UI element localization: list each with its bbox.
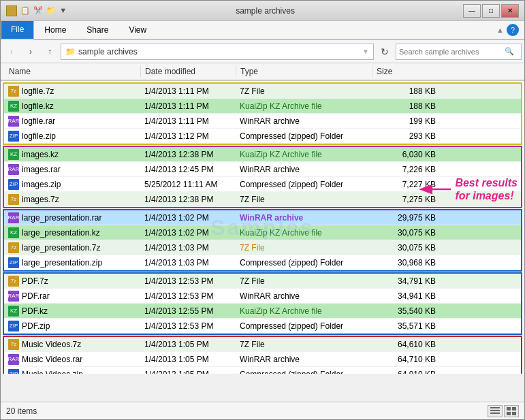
minimize-button[interactable]: — xyxy=(463,4,481,18)
group-images: KZimages.kz 1/4/2013 12:38 PM KuaiZip KZ… xyxy=(3,146,522,208)
svg-rect-8 xyxy=(512,407,516,410)
search-icon: 🔍 xyxy=(505,47,514,56)
table-row[interactable]: 7zlarge_presentation.7z 1/4/2013 1:03 PM… xyxy=(4,240,521,255)
table-row[interactable]: ZIPimages.zip 5/25/2012 11:11 AM Compres… xyxy=(4,177,521,192)
col-size[interactable]: Size xyxy=(372,65,441,78)
table-row[interactable]: 7zlogfile.7z 1/4/2013 1:11 PM 7Z File 18… xyxy=(4,84,521,99)
rar-file-icon: RAR xyxy=(8,212,19,223)
address-bar: ‹ › ↑ 📁 sample archives ▼ ↻ 🔍 xyxy=(1,40,524,63)
table-row[interactable]: RARimages.rar 1/4/2013 12:45 PM WinRAR a… xyxy=(4,162,521,177)
close-button[interactable]: ✕ xyxy=(501,4,519,18)
back-button[interactable]: ‹ xyxy=(3,44,20,60)
zip-file-icon: ZIP xyxy=(8,257,19,268)
table-row[interactable]: ZIPlogfile.zip 1/4/2013 1:12 PM Compress… xyxy=(4,129,521,144)
status-bar: 20 items xyxy=(1,402,524,419)
svg-rect-5 xyxy=(490,410,500,411)
table-row[interactable]: ZIPPDF.zip 1/4/2013 12:53 PM Compressed … xyxy=(4,319,521,334)
ribbon-tabs: File Home Share View ▲ ? xyxy=(1,21,524,39)
tiles-view-button[interactable] xyxy=(504,405,519,417)
rar-file-icon: RAR xyxy=(8,291,19,302)
kz-file-icon: KZ xyxy=(8,149,19,160)
folder-icon: 📁 xyxy=(65,47,76,56)
table-row[interactable]: KZimages.kz 1/4/2013 12:38 PM KuaiZip KZ… xyxy=(4,147,521,162)
table-row[interactable]: 7zimages.7z 1/4/2013 12:38 PM 7Z File 7,… xyxy=(4,192,521,207)
zip-file-icon: ZIP xyxy=(8,131,19,142)
column-headers: Name Date modified Type Size xyxy=(1,63,524,81)
address-path[interactable]: 📁 sample archives ▼ xyxy=(61,44,374,60)
table-row[interactable]: KZlarge_presentation.kz 1/4/2013 1:02 PM… xyxy=(4,225,521,240)
svg-rect-9 xyxy=(507,412,511,415)
rar-file-icon: RAR xyxy=(8,164,19,175)
up-button[interactable]: ↑ xyxy=(42,44,58,60)
col-date[interactable]: Date modified xyxy=(141,65,236,78)
file-list: Samples 7zlogfile.7z 1/4/2013 1:11 PM 7Z… xyxy=(1,81,524,374)
kz-file-icon: KZ xyxy=(8,227,19,238)
svg-rect-6 xyxy=(490,413,500,414)
window-title: sample archives xyxy=(67,6,463,16)
kz-file-icon: KZ xyxy=(8,306,19,317)
table-row[interactable]: 7zMusic Videos.7z 1/4/2013 1:05 PM 7Z Fi… xyxy=(4,337,521,352)
details-view-button[interactable] xyxy=(488,405,503,417)
group-pdf: 7zPDF.7z 1/4/2013 12:53 PM 7Z File 34,79… xyxy=(3,272,522,335)
search-input[interactable] xyxy=(399,48,505,56)
quick-access-icons: 📋 ✂️ 📁 ▼ xyxy=(20,6,67,15)
7z-file-icon: 7z xyxy=(8,242,19,253)
table-row[interactable]: KZlogfile.kz 1/4/2013 1:11 PM KuaiZip KZ… xyxy=(4,99,521,114)
help-button[interactable]: ? xyxy=(507,24,519,36)
svg-rect-1 xyxy=(7,7,11,10)
table-row[interactable]: RARMusic Videos.rar 1/4/2013 1:05 PM Win… xyxy=(4,352,521,367)
app-icon xyxy=(6,5,17,16)
window-controls: — □ ✕ xyxy=(463,4,519,18)
7z-file-icon: 7z xyxy=(8,194,19,205)
tab-file[interactable]: File xyxy=(1,21,34,39)
col-type[interactable]: Type xyxy=(236,65,372,78)
zip-file-icon: ZIP xyxy=(8,321,19,332)
7z-file-icon: 7z xyxy=(8,276,19,287)
group-logfiles: 7zlogfile.7z 1/4/2013 1:11 PM 7Z File 18… xyxy=(3,82,522,145)
group-music-videos: 7zMusic Videos.7z 1/4/2013 1:05 PM 7Z Fi… xyxy=(3,336,522,374)
view-buttons xyxy=(488,405,519,417)
table-row[interactable]: ZIPlarge_presentation.zip 1/4/2013 1:03 … xyxy=(4,255,521,270)
7z-file-icon: 7z xyxy=(8,86,19,97)
col-name[interactable]: Name xyxy=(5,65,141,78)
path-dropdown-icon[interactable]: ▼ xyxy=(362,48,369,55)
refresh-button[interactable]: ↻ xyxy=(377,44,393,60)
rar-file-icon: RAR xyxy=(8,116,19,127)
kz-file-icon: KZ xyxy=(8,101,19,112)
title-bar: 📋 ✂️ 📁 ▼ sample archives — □ ✕ xyxy=(1,1,524,21)
collapse-ribbon-icon[interactable]: ▲ xyxy=(496,26,504,34)
group-large-presentation: RARlarge_presentation.rar 1/4/2013 1:02 … xyxy=(3,209,522,272)
table-row[interactable]: RARlogfile.rar 1/4/2013 1:11 PM WinRAR a… xyxy=(4,114,521,129)
table-row[interactable]: RARlarge_presentation.rar 1/4/2013 1:02 … xyxy=(4,210,521,225)
table-row[interactable]: RARPDF.rar 1/4/2013 12:53 PM WinRAR arch… xyxy=(4,289,521,304)
item-count: 20 items xyxy=(6,406,37,416)
svg-rect-10 xyxy=(512,412,516,415)
zip-file-icon: ZIP xyxy=(8,179,19,190)
title-bar-left: 📋 ✂️ 📁 ▼ xyxy=(6,5,67,16)
forward-button[interactable]: › xyxy=(22,44,39,60)
svg-rect-7 xyxy=(507,407,511,410)
tab-home[interactable]: Home xyxy=(34,21,76,39)
table-row[interactable]: KZPDF.kz 1/4/2013 12:55 PM KuaiZip KZ Ar… xyxy=(4,304,521,319)
svg-rect-0 xyxy=(7,9,16,15)
7z-file-icon: 7z xyxy=(8,339,19,350)
tab-share[interactable]: Share xyxy=(76,21,118,39)
zip-file-icon: ZIP xyxy=(8,369,19,374)
maximize-button[interactable]: □ xyxy=(482,4,500,18)
ribbon: File Home Share View ▲ ? xyxy=(1,21,524,40)
rar-file-icon: RAR xyxy=(8,354,19,365)
search-box: 🔍 xyxy=(396,44,522,60)
path-text: sample archives xyxy=(78,47,138,56)
svg-rect-4 xyxy=(490,407,500,408)
table-row[interactable]: ZIPMusic Videos.zip 1/4/2013 1:05 PM Com… xyxy=(4,367,521,374)
table-row[interactable]: 7zPDF.7z 1/4/2013 12:53 PM 7Z File 34,79… xyxy=(4,274,521,289)
tab-view[interactable]: View xyxy=(118,21,157,39)
